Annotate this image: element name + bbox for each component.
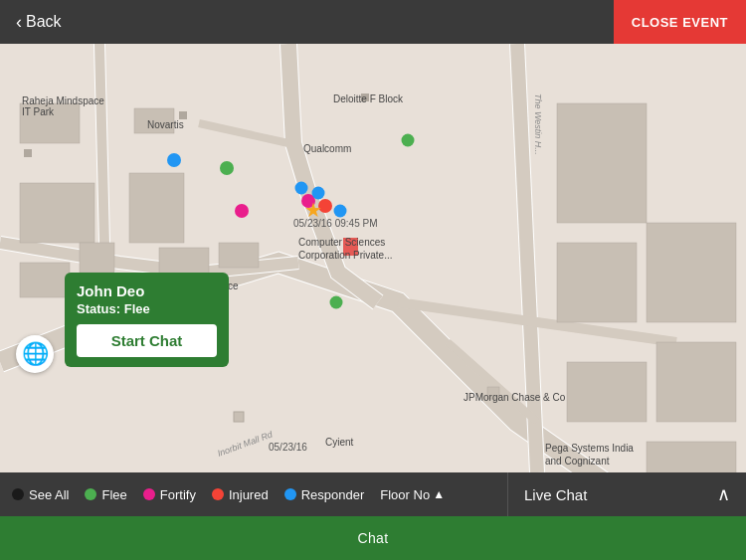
svg-rect-8 (219, 243, 259, 268)
label-csc: Computer SciencesCorporation Private... (298, 236, 393, 262)
svg-rect-12 (567, 362, 647, 422)
svg-rect-4 (20, 183, 94, 243)
svg-rect-11 (647, 223, 736, 322)
flee-dot (85, 488, 96, 500)
fortify-label: Fortify (160, 487, 196, 502)
label-deloitte: Deloitte F Block (333, 93, 403, 104)
close-event-button[interactable]: CLOSE EVENT (614, 0, 746, 44)
globe-icon: 🌐 (22, 341, 49, 367)
marker-responder-1[interactable] (167, 153, 181, 167)
live-chat-bar[interactable]: Live Chat ∧ (507, 472, 746, 516)
svg-rect-13 (656, 342, 736, 422)
label-pega: Pega Systems Indiaand Cognizant (545, 442, 634, 467)
popup-status: Status: Flee (77, 301, 217, 316)
marker-flee-1[interactable] (220, 161, 234, 175)
marker-responder-2[interactable] (295, 182, 308, 195)
marker-star[interactable]: ★ (304, 198, 322, 222)
svg-rect-20 (24, 149, 32, 157)
header: ‹ Back CLOSE EVENT (0, 0, 746, 44)
fortify-dot (143, 488, 155, 500)
close-event-label: CLOSE EVENT (632, 15, 728, 30)
svg-rect-3 (129, 173, 184, 243)
see-all-dot (12, 488, 24, 500)
legend-bar: See All Flee Fortify Injured Responder F… (0, 472, 507, 516)
svg-rect-5 (20, 263, 70, 297)
legend-flee[interactable]: Flee (85, 487, 126, 502)
responder-dot (284, 488, 296, 500)
label-jpmorgan: JPMorgan Chase & Co (464, 392, 565, 403)
legend-fortify[interactable]: Fortify (143, 487, 196, 502)
back-label: Back (26, 13, 62, 31)
timestamp-2: 05/23/16 (269, 442, 307, 453)
label-qualcomm: Qualcomm (303, 143, 351, 154)
info-popup: John Deo Status: Flee Start Chat (65, 273, 229, 367)
map[interactable]: The Westin H... Inorbit Mall Rd 05/23/16… (0, 44, 746, 472)
back-button[interactable]: ‹ Back (0, 12, 78, 33)
globe-button[interactable]: 🌐 (16, 335, 54, 373)
chevron-left-icon: ‹ (16, 12, 22, 33)
marker-flee-3[interactable] (330, 296, 343, 309)
svg-rect-14 (647, 442, 736, 472)
svg-rect-6 (80, 243, 114, 273)
popup-name: John Deo (77, 282, 217, 299)
label-raheja: Raheja MindspaceIT Park (22, 95, 104, 117)
live-chat-label: Live Chat (524, 486, 587, 503)
marker-responder-4[interactable] (334, 205, 347, 218)
legend-injured[interactable]: Injured (212, 487, 269, 502)
marker-flee-2[interactable] (402, 134, 415, 147)
svg-text:The Westin H...: The Westin H... (533, 93, 543, 155)
label-cyient: Cyient (325, 437, 353, 448)
see-all-label: See All (29, 487, 69, 502)
svg-rect-10 (557, 243, 637, 322)
marker-fortify-1[interactable] (235, 204, 249, 218)
flee-label: Flee (101, 487, 126, 502)
legend-floor[interactable]: Floor No ▲ (380, 487, 445, 502)
injured-label: Injured (229, 487, 269, 502)
start-chat-button[interactable]: Start Chat (77, 324, 217, 357)
chat-chevron-up-icon: ∧ (717, 483, 730, 505)
floor-up-icon: ▲ (433, 487, 445, 501)
legend-see-all[interactable]: See All (12, 487, 69, 502)
svg-rect-9 (557, 103, 647, 223)
responder-label: Responder (301, 487, 365, 502)
svg-rect-22 (234, 412, 244, 422)
bottom-strip[interactable]: Chat (0, 516, 746, 560)
injured-dot (212, 488, 224, 500)
label-novartis: Novartis (147, 119, 184, 130)
chat-label: Chat (358, 530, 389, 546)
svg-rect-18 (179, 111, 187, 119)
floor-label: Floor No (380, 487, 430, 502)
legend-responder[interactable]: Responder (284, 487, 365, 502)
